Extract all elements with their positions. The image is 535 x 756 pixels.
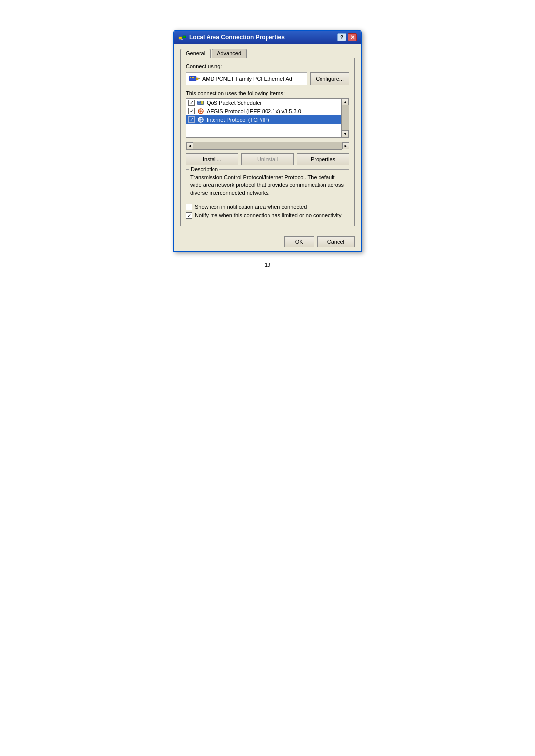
items-list: QoS Packet Scheduler AEGIS Protocol (IEE (186, 98, 341, 138)
dialog-body: General Advanced Connect using: (174, 44, 361, 232)
close-button[interactable]: ✕ (348, 33, 357, 41)
svg-rect-8 (193, 77, 194, 78)
list-item[interactable]: QoS Packet Scheduler (186, 99, 341, 107)
notify-limited-row: Notify me when this connection has limit… (186, 212, 349, 219)
description-text: Transmission Control Protocol/Internet P… (190, 174, 345, 197)
svg-line-2 (182, 37, 183, 38)
show-icon-label: Show icon in notification area when conn… (195, 204, 307, 210)
connect-using-row: AMD PCNET Family PCI Ethernet Ad Configu… (186, 72, 349, 85)
properties-button[interactable]: Properties (297, 153, 349, 165)
tab-content-general: Connect using: AMD PCNET Family PCI Ethe… (180, 58, 355, 226)
list-item[interactable]: Internet Protocol (TCP/IP) (186, 115, 341, 124)
help-button[interactable]: ? (337, 33, 346, 41)
svg-rect-9 (196, 78, 198, 80)
title-bar-buttons: ? ✕ (337, 33, 357, 41)
scroll-down-button[interactable]: ▼ (342, 130, 349, 137)
svg-rect-1 (183, 36, 186, 38)
network-connection-icon (178, 33, 186, 41)
scroll-right-button[interactable]: ► (342, 142, 349, 149)
description-group: Description Transmission Control Protoco… (186, 169, 349, 200)
items-list-container: QoS Packet Scheduler AEGIS Protocol (IEE (186, 98, 349, 138)
adapter-icon (189, 75, 200, 82)
show-icon-row: Show icon in notification area when conn… (186, 204, 349, 210)
scrollbar-vertical: ▲ ▼ (341, 98, 349, 138)
adapter-box: AMD PCNET Family PCI Ethernet Ad (186, 72, 307, 85)
svg-rect-7 (192, 77, 193, 78)
scroll-up-button[interactable]: ▲ (342, 99, 349, 105)
svg-rect-10 (198, 78, 200, 79)
page-number: 19 (265, 262, 270, 268)
scrollbar-horizontal-container: ◄ ► (186, 142, 349, 150)
show-icon-checkbox[interactable] (186, 204, 192, 210)
item-2-label: AEGIS Protocol (IEEE 802.1x) v3.5.3.0 (207, 108, 301, 114)
install-button[interactable]: Install... (186, 153, 238, 165)
scrollbar-h-track (193, 142, 342, 149)
item-3-checkbox[interactable] (188, 116, 195, 123)
item-2-checkbox[interactable] (188, 108, 195, 114)
svg-rect-13 (201, 101, 203, 104)
title-bar-left: Local Area Connection Properties (178, 33, 285, 41)
svg-rect-4 (179, 39, 181, 40)
scroll-left-button[interactable]: ◄ (186, 142, 193, 149)
items-section-label: This connection uses the following items… (186, 90, 349, 96)
tcpip-icon (197, 117, 205, 123)
dialog-title: Local Area Connection Properties (189, 34, 285, 41)
list-item[interactable]: AEGIS Protocol (IEEE 802.1x) v3.5.3.0 (186, 107, 341, 115)
svg-rect-12 (198, 101, 200, 102)
connect-using-label: Connect using: (186, 63, 349, 69)
description-legend: Description (189, 166, 219, 172)
tab-general[interactable]: General (180, 49, 211, 58)
aegis-icon (197, 108, 205, 114)
bottom-buttons: OK Cancel (174, 232, 361, 251)
svg-rect-6 (190, 77, 191, 78)
svg-rect-0 (179, 37, 182, 39)
item-1-label: QoS Packet Scheduler (207, 100, 262, 106)
notify-limited-checkbox[interactable] (186, 212, 192, 219)
cancel-button[interactable]: Cancel (317, 236, 355, 247)
item-3-label: Internet Protocol (TCP/IP) (207, 117, 269, 123)
local-area-connection-dialog: Local Area Connection Properties ? ✕ Gen… (173, 30, 362, 252)
item-1-checkbox[interactable] (188, 100, 195, 106)
adapter-name: AMD PCNET Family PCI Ethernet Ad (202, 76, 292, 82)
uninstall-button[interactable]: Uninstall (241, 153, 294, 165)
scrollbar-horizontal: ◄ (186, 142, 342, 150)
notify-limited-label: Notify me when this connection has limit… (195, 212, 342, 218)
configure-button[interactable]: Configure... (310, 72, 349, 85)
ok-button[interactable]: OK (284, 236, 314, 247)
qos-icon (197, 100, 205, 106)
svg-rect-14 (198, 103, 201, 104)
action-buttons: Install... Uninstall Properties (186, 153, 349, 165)
tabs: General Advanced (180, 49, 355, 58)
scrollbar-track (342, 105, 349, 130)
tab-advanced[interactable]: Advanced (212, 49, 247, 58)
svg-rect-5 (189, 76, 196, 81)
title-bar: Local Area Connection Properties ? ✕ (174, 31, 361, 44)
